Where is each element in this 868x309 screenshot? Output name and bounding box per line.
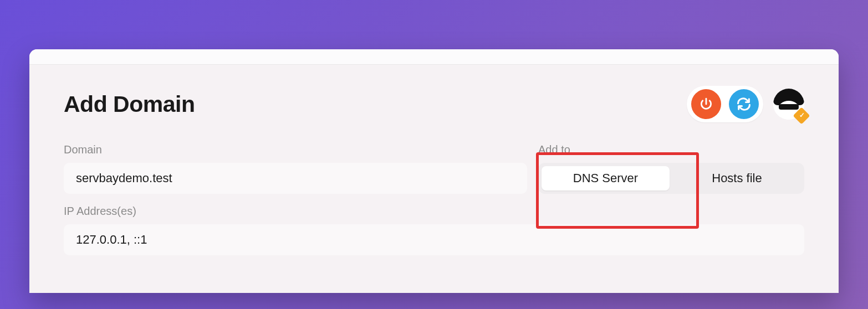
power-icon xyxy=(699,97,713,111)
refresh-icon xyxy=(736,96,752,112)
header-row: Add Domain xyxy=(64,86,804,122)
ip-field-block: IP Address(es) xyxy=(64,205,804,255)
refresh-button[interactable] xyxy=(729,89,759,119)
segment-hosts-file[interactable]: Hosts file xyxy=(673,166,801,190)
action-pill xyxy=(687,86,763,122)
domain-field-block: Domain xyxy=(64,143,527,194)
form-grid: Domain Add to DNS Server Hosts file IP A… xyxy=(64,143,804,255)
segment-dns-label: DNS Server xyxy=(573,171,638,186)
window-titlebar xyxy=(29,49,839,65)
content-area: Add Domain xyxy=(29,65,839,255)
ip-input[interactable] xyxy=(64,224,804,255)
power-button[interactable] xyxy=(691,89,721,119)
addto-field-block: Add to DNS Server Hosts file xyxy=(538,143,804,194)
addto-label: Add to xyxy=(538,143,804,156)
addto-segmented-control: DNS Server Hosts file xyxy=(538,163,804,194)
page-title: Add Domain xyxy=(64,91,195,117)
header-actions xyxy=(687,86,804,122)
ip-label: IP Address(es) xyxy=(64,205,804,218)
user-avatar[interactable] xyxy=(773,89,804,120)
domain-input[interactable] xyxy=(64,163,527,194)
segment-dns-server[interactable]: DNS Server xyxy=(542,166,670,190)
segment-hosts-label: Hosts file xyxy=(712,171,762,186)
app-window: Add Domain xyxy=(29,49,839,293)
domain-label: Domain xyxy=(64,143,527,156)
